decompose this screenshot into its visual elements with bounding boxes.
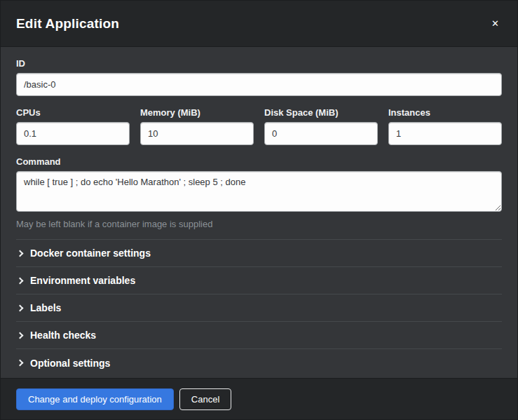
command-textarea[interactable]: while [ true ] ; do echo 'Hello Marathon…	[16, 171, 502, 212]
section-label: Optional settings	[30, 358, 110, 369]
modal-header: Edit Application ✕	[1, 1, 517, 47]
section-label: Labels	[30, 302, 61, 313]
memory-input[interactable]	[140, 122, 254, 145]
command-field: Command while [ true ] ; do echo 'Hello …	[16, 156, 502, 229]
section-labels[interactable]: Labels	[16, 294, 502, 322]
modal-body: ID CPUs Memory (MiB) Disk Space (MiB) In…	[1, 47, 517, 378]
instances-field: Instances	[388, 107, 502, 145]
memory-field: Memory (MiB)	[140, 107, 254, 145]
id-input[interactable]	[16, 73, 502, 96]
section-health-checks[interactable]: Health checks	[16, 322, 502, 349]
chevron-right-icon	[17, 360, 24, 367]
id-label: ID	[16, 58, 502, 69]
section-optional-settings[interactable]: Optional settings	[16, 349, 502, 377]
section-label: Docker container settings	[30, 248, 151, 259]
cancel-button[interactable]: Cancel	[179, 388, 231, 410]
command-help-text: May be left blank if a container image i…	[16, 219, 502, 229]
change-and-deploy-button[interactable]: Change and deploy configuration	[16, 388, 174, 410]
modal-footer: Change and deploy configuration Cancel	[1, 378, 517, 419]
close-icon[interactable]: ✕	[489, 16, 502, 31]
resources-row: CPUs Memory (MiB) Disk Space (MiB) Insta…	[16, 107, 502, 145]
modal-title: Edit Application	[16, 16, 119, 32]
section-label: Health checks	[30, 330, 96, 341]
section-label: Environment variables	[30, 275, 135, 286]
section-environment-variables[interactable]: Environment variables	[16, 267, 502, 294]
disk-space-field: Disk Space (MiB)	[264, 107, 378, 145]
instances-label: Instances	[388, 107, 502, 118]
edit-application-modal: Edit Application ✕ ID CPUs Memory (MiB) …	[0, 0, 518, 420]
disk-space-input[interactable]	[264, 122, 378, 145]
collapsible-sections: Docker container settings Environment va…	[16, 239, 502, 377]
cpus-label: CPUs	[16, 107, 130, 118]
command-label: Command	[16, 156, 502, 167]
id-field: ID	[16, 58, 502, 96]
instances-input[interactable]	[388, 122, 502, 145]
chevron-right-icon	[17, 250, 24, 257]
disk-space-label: Disk Space (MiB)	[264, 107, 378, 118]
chevron-right-icon	[17, 277, 24, 284]
section-docker-container-settings[interactable]: Docker container settings	[16, 240, 502, 267]
chevron-right-icon	[17, 332, 24, 339]
cpus-input[interactable]	[16, 122, 130, 145]
cpus-field: CPUs	[16, 107, 130, 145]
chevron-right-icon	[17, 304, 24, 311]
memory-label: Memory (MiB)	[140, 107, 254, 118]
